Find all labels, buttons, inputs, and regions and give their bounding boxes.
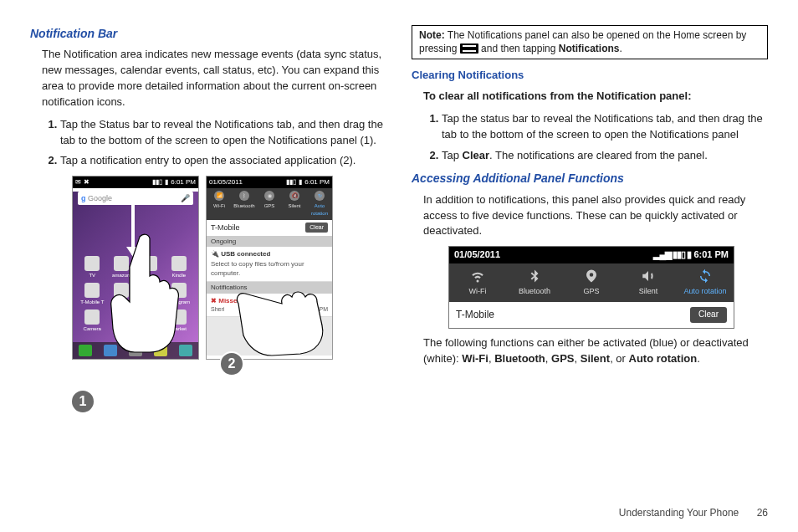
mic-icon: 🎤 (181, 193, 190, 204)
status-date: 01/05/2011 (209, 177, 243, 187)
home-app-grid: TV amazon Kindle T-Mobile T Instagram Ca… (73, 253, 198, 335)
silent-icon (641, 269, 656, 284)
heading-clearing-notifications: Clearing Notifications (412, 68, 768, 84)
note-box: Note: The Notifications panel can also b… (412, 25, 768, 59)
status-time: 6:01 PM (171, 177, 196, 187)
mail-icon: ✉ (75, 177, 81, 187)
para-notification-bar: The Notification area indicates new mess… (42, 47, 386, 110)
gps-icon: ◉ (264, 191, 274, 201)
clear-button: Clear (305, 223, 328, 233)
status-time: 6:01 PM (304, 177, 330, 187)
bluetooth-icon: ᛒ (239, 191, 249, 201)
panel-clear-button: Clear (690, 307, 727, 323)
apps-icon (129, 345, 142, 356)
left-step-1: Tap the Status bar to reveal the Notific… (60, 117, 386, 149)
left-step-2-text: Tap a notification entry to open the ass… (60, 154, 356, 166)
phone-b-status-bar: 01/05/2011 ▮▮▯ ▮ 6:01 PM (207, 176, 332, 188)
search-placeholder: Google (88, 194, 112, 202)
contacts-icon (104, 345, 117, 356)
para-accessing-functions: In addition to notifications, this panel… (423, 192, 768, 240)
section-notifications: Notifications (207, 282, 332, 294)
home-dock (73, 342, 198, 359)
callout-badge-2: 2 (219, 351, 244, 376)
auto-rotation-icon: ↻ (315, 191, 325, 201)
wifi-icon: 📶 (214, 191, 224, 201)
panel-carrier: T-Mobile (456, 308, 494, 322)
carrier-label: T-Mobile (211, 223, 240, 233)
notification-usb: 🔌 USB connected Select to copy files to/… (207, 247, 332, 282)
heading-notification-bar: Notification Bar (30, 25, 386, 42)
bluetooth-icon (527, 269, 542, 284)
panel-date: 01/05/2011 (454, 248, 500, 262)
phone-a-status-bar: ✉ ✖ ▮▮▯ ▮ 6:01 PM (73, 176, 198, 188)
clear-step-2b: Clear (463, 149, 490, 161)
drag-arrow-icon (131, 192, 135, 255)
callout-badge-1: 1 (70, 389, 95, 414)
menu-key-icon (460, 43, 478, 54)
left-step-2: Tap a notification entry to open the ass… (60, 153, 386, 169)
clear-step-2a: Tap (442, 149, 463, 161)
wifi-icon (470, 269, 485, 284)
left-step-1-text: Tap the Status bar to reveal the Notific… (60, 118, 383, 146)
note-end: . (619, 43, 622, 54)
browser-icon (179, 345, 192, 356)
signal-icon: ▂▄▆ ▮▮▯ ▮ (653, 249, 691, 259)
silent-icon: 🔇 (289, 191, 299, 201)
figure-notification-panel: ✉ ✖ ▮▮▯ ▮ 6:01 PM g Google 🎤 TV (72, 176, 386, 360)
battery-icon: ▮ (299, 177, 302, 187)
signal-icon: ▮▮▯ (152, 177, 162, 187)
heading-accessing-functions: Accessing Additional Panel Functions (412, 170, 768, 187)
footer-section: Understanding Your Phone (619, 507, 739, 519)
clear-step-1-text: Tap the status bar to reveal the Notific… (442, 112, 763, 141)
closing-para: The following functions can either be ac… (423, 335, 768, 367)
panel-time: 6:01 PM (693, 249, 729, 259)
battery-icon: ▮ (165, 177, 168, 187)
gps-icon (584, 269, 599, 284)
clear-step-1: Tap the status bar to reveal the Notific… (442, 111, 768, 143)
quick-toggles-large: Wi-Fi Bluetooth GPS Silent Auto rotation (449, 263, 734, 302)
footer-page-number: 26 (757, 507, 768, 519)
messaging-icon (154, 345, 167, 356)
section-ongoing: Ongoing (207, 236, 332, 248)
note-label: Note: (419, 29, 445, 41)
clear-step-2c: . The notifications are cleared from the… (489, 149, 708, 161)
x-icon: ✖ (84, 177, 90, 187)
phone-icon (79, 345, 92, 356)
clear-intro: To clear all notifications from the Noti… (423, 89, 768, 105)
note-notifications-word: Notifications (559, 43, 620, 54)
clear-step-2: Tap Clear. The notifications are cleared… (442, 148, 768, 164)
signal-icon: ▮▮▯ (286, 177, 296, 187)
notification-missed-call: ✖ Missed call Sheri3:06 PM (207, 294, 332, 318)
auto-rotation-icon (698, 269, 713, 284)
figure-quick-panel: 01/05/2011 ▂▄▆ ▮▮▯ ▮ 6:01 PM Wi-Fi Bluet… (448, 246, 734, 328)
quick-toggles: 📶Wi-Fi ᛒBluetooth ◉GPS 🔇Silent ↻Auto rot… (207, 188, 332, 219)
note-text-2: and then tapping (481, 43, 559, 54)
page-footer: Understanding Your Phone 26 (0, 502, 798, 519)
